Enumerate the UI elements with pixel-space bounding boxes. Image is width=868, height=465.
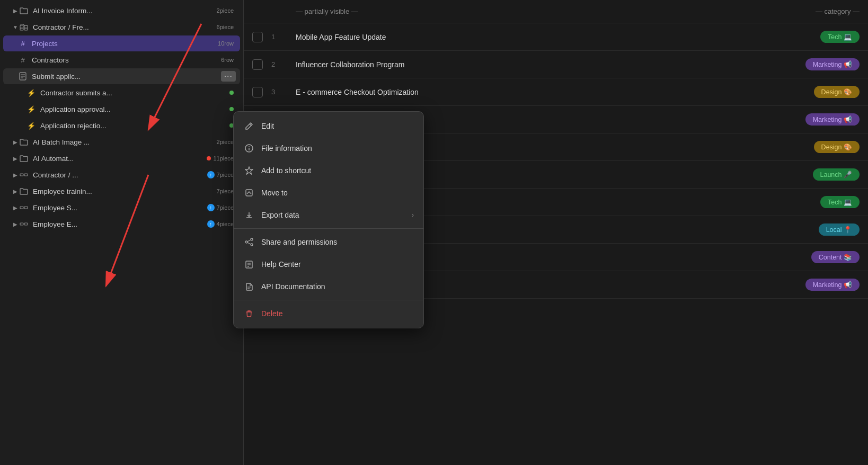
row-checkbox[interactable] (252, 32, 263, 42)
expand-icon: ▶ (12, 171, 19, 178)
svg-point-22 (251, 238, 253, 240)
sidebar-item-contractor-slash[interactable]: ▶ Contractor / ... ↑ 7piece (3, 167, 240, 183)
row-number: 2 (271, 60, 287, 68)
row-tag: Launch 🎤 (813, 168, 860, 181)
folder-icon (19, 186, 29, 196)
hash-icon: # (18, 55, 28, 65)
folder-icon (19, 6, 29, 15)
row-checkbox[interactable] (252, 87, 263, 97)
sidebar: ▶ AI Invoice Inform... 2piece ▼ Contract… (0, 0, 244, 465)
svg-line-16 (250, 124, 251, 126)
svg-point-19 (249, 146, 250, 147)
divider (234, 300, 423, 300)
sidebar-item-label: Application rejectio... (40, 122, 227, 130)
info-icon (243, 142, 255, 154)
menu-item-delete[interactable]: Delete (234, 302, 423, 325)
sidebar-item-employee-e[interactable]: ▶ Employee E... ↑ 4piece (3, 216, 240, 232)
row-checkbox[interactable] (252, 59, 263, 70)
svg-rect-3 (24, 25, 28, 28)
table-row[interactable]: 1 Mobile App Feature Update Tech 💻 (244, 23, 868, 51)
svg-rect-2 (20, 25, 23, 28)
svg-rect-21 (246, 190, 252, 196)
sidebar-item-employee-s[interactable]: ▶ Employee S... ↑ 7piece (3, 200, 240, 216)
sidebar-badge: 7piece (217, 188, 234, 194)
sidebar-item-ai-automat[interactable]: ▶ AI Automat... 11piece (3, 150, 240, 166)
sidebar-item-contractor-submits[interactable]: ⚡ Contractor submits a... (3, 85, 240, 101)
svg-rect-11 (24, 174, 28, 176)
sidebar-item-application-approval[interactable]: ⚡ Application approval... (3, 101, 240, 117)
menu-item-label: Help Center (261, 260, 301, 269)
row-tag: Marketing 📢 (805, 58, 860, 70)
sidebar-item-employee-trainin[interactable]: ▶ Employee trainin... 7piece (3, 183, 240, 199)
row-tag: Content 📚 (811, 251, 860, 263)
svg-rect-4 (20, 28, 23, 30)
status-dot (229, 91, 234, 95)
menu-item-api-docs[interactable]: API Documentation (234, 275, 423, 298)
menu-item-share-permissions[interactable]: Share and permissions (234, 231, 423, 253)
sidebar-item-submit-applic[interactable]: Submit applic... ··· (3, 68, 240, 84)
bolt-icon: ⚡ (26, 88, 36, 97)
expand-icon: ▶ (12, 204, 19, 211)
more-button[interactable]: ··· (221, 71, 236, 82)
sidebar-item-ai-invoice[interactable]: ▶ AI Invoice Inform... 2piece (3, 3, 240, 19)
menu-item-label: Add to shortcut (261, 166, 311, 175)
menu-item-export-data[interactable]: Export data › (234, 204, 423, 226)
grid-folder-icon (19, 22, 29, 32)
sidebar-item-label: Projects (32, 40, 216, 48)
row-tag: Design 🎨 (814, 86, 860, 98)
sidebar-item-label: AI Invoice Inform... (33, 7, 215, 15)
grid-folder-icon (19, 219, 29, 229)
expand-icon: ▶ (12, 7, 19, 14)
svg-rect-5 (24, 28, 28, 30)
menu-item-move-to[interactable]: Move to (234, 182, 423, 204)
upload-dot: ↑ (207, 204, 215, 211)
menu-item-file-info[interactable]: File information (234, 137, 423, 159)
menu-item-label: Export data (261, 211, 299, 219)
row-number: 3 (271, 88, 287, 96)
sidebar-item-label: Contractor / Fre... (33, 23, 215, 31)
bolt-icon: ⚡ (26, 104, 36, 114)
sidebar-item-contractor-fre[interactable]: ▼ Contractor / Fre... 6piece (3, 19, 240, 35)
sidebar-item-label: Contractor / ... (33, 171, 205, 179)
row-tag: Tech 💻 (820, 31, 860, 43)
sidebar-item-label: Contractors (32, 56, 219, 64)
svg-line-25 (247, 240, 251, 242)
sidebar-item-ai-batch[interactable]: ▶ AI Batch Image ... 2piece (3, 134, 240, 150)
sidebar-item-application-rejection[interactable]: ⚡ Application rejectio... (3, 118, 240, 133)
doc-icon (243, 281, 255, 292)
row-name: E - commerce Checkout Optimization (287, 88, 814, 96)
table-row[interactable]: 3 E - commerce Checkout Optimization Des… (244, 78, 868, 106)
sidebar-item-label: AI Batch Image ... (33, 138, 215, 146)
hash-icon: # (18, 39, 28, 48)
table-row[interactable]: 2 Influencer Collaboration Program Marke… (244, 51, 868, 78)
row-tag: Marketing 📢 (805, 279, 860, 291)
chevron-right-icon: › (412, 211, 414, 219)
sidebar-badge: 2piece (217, 7, 234, 14)
menu-item-label: File information (261, 144, 312, 153)
grid-folder-icon (19, 203, 29, 212)
pencil-icon (243, 120, 255, 132)
divider (234, 228, 423, 229)
sidebar-item-projects[interactable]: # Projects 10row (3, 35, 240, 51)
svg-marker-20 (245, 167, 253, 174)
menu-item-help-center[interactable]: Help Center (234, 253, 423, 275)
sidebar-item-contractors[interactable]: # Contractors 6row (3, 52, 240, 68)
svg-point-23 (245, 241, 247, 243)
folder-icon (19, 137, 29, 147)
menu-item-edit[interactable]: Edit (234, 115, 423, 137)
sidebar-item-label: Application approval... (40, 105, 227, 113)
upload-dot: ↑ (207, 220, 215, 228)
sidebar-item-label: Contractor submits a... (40, 89, 227, 97)
sidebar-badge: 7piece (217, 204, 234, 211)
row-tag: Tech 💻 (820, 196, 860, 208)
menu-item-label: API Documentation (261, 282, 325, 291)
error-dot (207, 156, 211, 160)
folder-icon (19, 154, 29, 163)
sidebar-badge: 4piece (217, 221, 234, 227)
menu-item-label: Move to (261, 189, 288, 197)
sidebar-badge: 6row (221, 57, 234, 63)
menu-item-add-shortcut[interactable]: Add to shortcut (234, 159, 423, 182)
sidebar-item-label: Employee trainin... (33, 187, 215, 195)
sidebar-badge: 2piece (217, 139, 234, 145)
table-header-row: — partially visible — — category — (244, 0, 868, 23)
